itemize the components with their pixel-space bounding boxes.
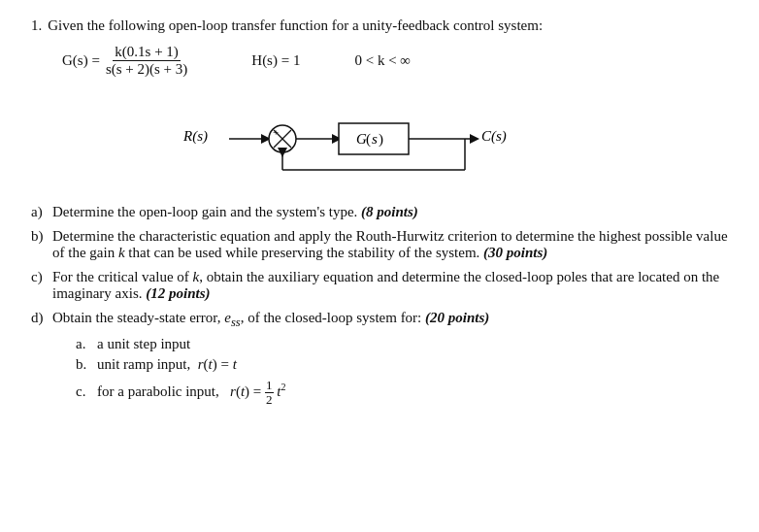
part-d-label: d) <box>31 310 49 326</box>
part-b-points: (30 points) <box>483 245 547 260</box>
part-d-body: Obtain the steady-state error, ess, of t… <box>52 310 728 412</box>
sub-item-c: c. for a parabolic input, r(t) = 1 2 t2 <box>76 379 728 408</box>
block-diagram: R(s) + G ( s ) C(s) <box>31 91 728 188</box>
gs-numerator: k(0.1s + 1) <box>113 44 181 61</box>
problem-number: 1. <box>31 17 42 34</box>
part-c: c) For the critical value of k, obtain t… <box>31 269 728 302</box>
part-a-points: (8 points) <box>361 204 418 219</box>
parabolic-frac-den: 2 <box>265 393 274 407</box>
sub-b-label: b. <box>76 356 91 373</box>
part-c-label: c) <box>31 269 49 285</box>
sub-a-body: a unit step input <box>97 336 728 352</box>
block-diagram-svg: R(s) + G ( s ) C(s) <box>176 96 583 183</box>
sub-c-label: c. <box>76 383 91 400</box>
parts-list: a) Determine the open-loop gain and the … <box>31 204 728 412</box>
svg-text:R(s): R(s) <box>182 128 208 145</box>
gs-expression: G(s) = k(0.1s + 1) s(s + 2)(s + 3) <box>62 44 189 78</box>
part-a: a) Determine the open-loop gain and the … <box>31 204 728 220</box>
hs-label: H(s) = 1 <box>251 52 300 69</box>
part-d: d) Obtain the steady-state error, ess, o… <box>31 310 728 412</box>
problem-header: 1. Given the following open-loop transfe… <box>31 17 728 34</box>
sub-a-label: a. <box>76 336 91 352</box>
k-range: 0 < k < ∞ <box>354 52 411 69</box>
part-a-body: Determine the open-loop gain and the sys… <box>52 204 728 220</box>
sub-c-body: for a parabolic input, r(t) = 1 2 t2 <box>97 379 728 408</box>
svg-text:C(s): C(s) <box>481 128 507 145</box>
problem-container: 1. Given the following open-loop transfe… <box>31 17 728 412</box>
transfer-function-row: G(s) = k(0.1s + 1) s(s + 2)(s + 3) H(s) … <box>62 44 728 78</box>
problem-intro: Given the following open-loop transfer f… <box>48 17 728 34</box>
part-c-body: For the critical value of k, obtain the … <box>52 269 728 302</box>
part-c-points: (12 points) <box>146 285 210 301</box>
gs-denominator: s(s + 2)(s + 3) <box>104 61 189 78</box>
svg-text:(: ( <box>366 131 371 148</box>
svg-text:+: + <box>273 126 279 138</box>
parabolic-frac-num: 1 <box>265 379 274 393</box>
part-b-label: b) <box>31 228 49 245</box>
sub-list-d: a. a unit step input b. unit ramp input,… <box>76 336 728 408</box>
gs-label: G(s) = <box>62 52 100 69</box>
svg-text:): ) <box>379 131 383 148</box>
sub-item-a: a. a unit step input <box>76 336 728 352</box>
sub-b-body: unit ramp input, r(t) = t <box>97 356 728 373</box>
part-b-body: Determine the characteristic equation an… <box>52 228 728 261</box>
svg-text:s: s <box>372 131 378 147</box>
part-a-label: a) <box>31 204 49 220</box>
part-b: b) Determine the characteristic equation… <box>31 228 728 261</box>
part-d-points: (20 points) <box>425 310 489 325</box>
gs-fraction: k(0.1s + 1) s(s + 2)(s + 3) <box>104 44 189 78</box>
sub-item-b: b. unit ramp input, r(t) = t <box>76 356 728 373</box>
parabolic-fraction: 1 2 <box>265 379 274 408</box>
